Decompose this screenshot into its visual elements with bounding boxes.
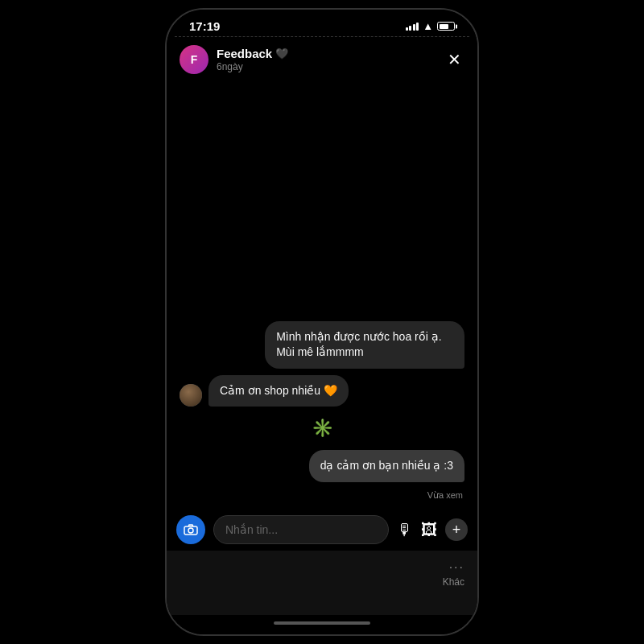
message-incoming-row: Cảm ơn shop nhiều 🧡: [180, 375, 464, 407]
header-heart: 🖤: [275, 47, 288, 60]
message-incoming: Cảm ơn shop nhiều 🧡: [208, 375, 349, 407]
avatar-initial: F: [191, 53, 198, 66]
header-info: Feedback 🖤 6ngày: [217, 47, 444, 72]
image-icon[interactable]: 🖼: [421, 521, 437, 539]
messages-container: Mình nhận được nước hoa rồi ạ. Mùi mê lắ…: [180, 321, 464, 501]
message-outgoing: Mình nhận được nước hoa rồi ạ. Mùi mê lắ…: [265, 321, 464, 369]
chat-header: F Feedback 🖤 6ngày ✕: [167, 37, 477, 82]
add-button[interactable]: +: [445, 518, 468, 541]
battery-icon: [437, 22, 455, 31]
phone-frame: 17:19 ▲ F Feedback 🖤 6ngày: [165, 8, 479, 636]
microphone-icon[interactable]: 🎙: [397, 521, 413, 539]
home-indicator: [167, 615, 477, 634]
chat-area: Mình nhận được nước hoa rồi ạ. Mùi mê lắ…: [167, 82, 477, 509]
input-actions: 🎙 🖼 +: [397, 518, 468, 541]
avatar: F: [180, 45, 208, 74]
status-time: 17:19: [189, 19, 220, 33]
sparkle-reaction: ✳️: [180, 418, 464, 439]
seen-text: Vừa xem: [427, 490, 463, 500]
message-text: Mình nhận được nước hoa rồi ạ. Mùi mê lắ…: [276, 330, 441, 359]
close-button[interactable]: ✕: [444, 48, 464, 71]
home-bar: [274, 621, 370, 625]
svg-point-1: [188, 528, 193, 533]
status-icons: ▲: [406, 20, 455, 32]
wifi-icon: ▲: [423, 20, 433, 32]
sender-avatar: [180, 384, 202, 407]
seen-indicator: Vừa xem: [427, 490, 463, 501]
message-input[interactable]: Nhắn tin...: [213, 515, 389, 544]
header-time: 6ngày: [217, 61, 444, 72]
input-bar: Nhắn tin... 🎙 🖼 +: [167, 509, 477, 551]
contact-name: Feedback: [217, 47, 272, 60]
signal-icon: [406, 23, 419, 31]
camera-icon: [184, 524, 198, 535]
input-placeholder: Nhắn tin...: [225, 523, 278, 536]
status-bar: 17:19 ▲: [167, 10, 477, 36]
message-server: dạ cảm ơn bạn nhiều ạ :3: [309, 450, 464, 482]
message-text: Cảm ơn shop nhiều 🧡: [220, 384, 337, 397]
more-label: Khác: [443, 576, 464, 588]
more-dots[interactable]: ···: [449, 560, 464, 575]
message-text: dạ cảm ơn bạn nhiều ạ :3: [320, 459, 453, 472]
camera-button[interactable]: [176, 515, 205, 544]
bottom-area: ··· Khác: [167, 551, 477, 615]
header-title-row: Feedback 🖤: [217, 47, 444, 60]
